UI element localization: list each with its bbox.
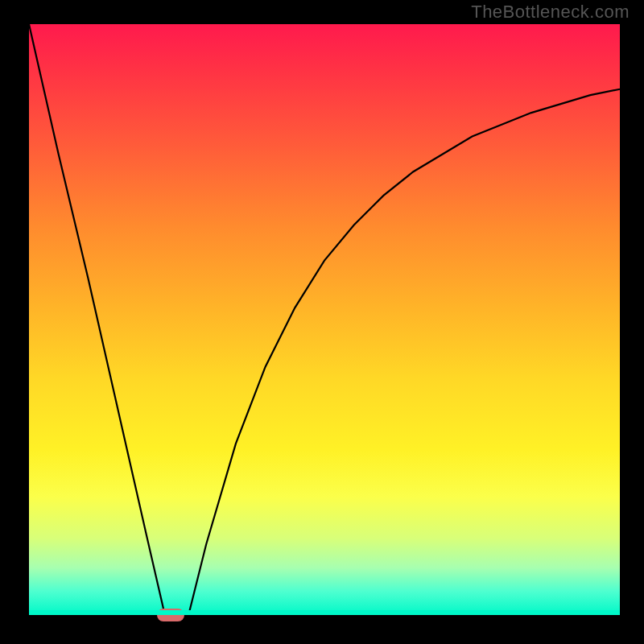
- baseline-strip: [29, 610, 620, 615]
- chart-frame: TheBottleneck.com: [0, 0, 644, 644]
- watermark-text: TheBottleneck.com: [471, 2, 630, 23]
- curve-right-branch: [177, 89, 621, 615]
- curve-left-branch: [29, 24, 177, 615]
- curve-svg: [29, 24, 620, 615]
- plot-area: [29, 24, 620, 615]
